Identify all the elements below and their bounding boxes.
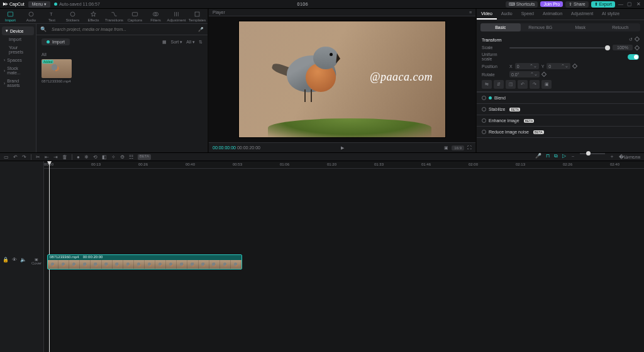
search-input[interactable]: [50, 26, 194, 32]
pos-x-input[interactable]: 0⌃⌄: [515, 63, 539, 69]
tab-effects[interactable]: Effects: [83, 9, 104, 23]
insp-tab-ai[interactable]: AI stylize: [597, 9, 624, 20]
section-stabilize[interactable]: StabilizeBETA: [477, 104, 644, 115]
tab-templates[interactable]: Templates: [187, 9, 208, 23]
scale-slider[interactable]: [509, 47, 610, 48]
media-item[interactable]: Added 0871233360.mp4: [42, 59, 73, 83]
record-vo-icon[interactable]: ●: [77, 154, 80, 160]
insp-tab-adjustment[interactable]: Adjustment: [567, 9, 597, 20]
tab-text[interactable]: TText: [42, 9, 62, 23]
record-icon[interactable]: 🎤: [198, 27, 204, 32]
subtab-retouch[interactable]: Retouch: [601, 23, 641, 31]
scale-keyframe[interactable]: [635, 45, 640, 50]
shortcuts-button[interactable]: ⌨ Shortcuts: [506, 1, 538, 8]
sidebar-item-stock[interactable]: Stock mate...: [0, 64, 36, 77]
section-enhance[interactable]: Enhance imageBETA: [477, 115, 644, 127]
tab-captions[interactable]: Captions: [125, 9, 145, 23]
close-icon[interactable]: ✕: [635, 1, 641, 7]
play-button[interactable]: ▶: [341, 145, 344, 150]
maximize-icon[interactable]: ▢: [626, 1, 633, 7]
tab-transitions[interactable]: Transitions: [104, 9, 125, 23]
aspect-ratio[interactable]: 16:9: [452, 145, 464, 150]
flip-v-icon[interactable]: ⇵: [494, 80, 504, 89]
track-eye-icon[interactable]: 👁: [12, 257, 17, 263]
fit-icon[interactable]: ▣: [541, 80, 552, 89]
uniform-scale-toggle[interactable]: [628, 54, 639, 60]
pos-keyframe[interactable]: [572, 64, 577, 69]
auto-icon[interactable]: ⚙: [120, 154, 125, 160]
tab-filters[interactable]: Filters: [145, 9, 166, 23]
preview-icon[interactable]: ▷: [562, 153, 566, 161]
compare-icon[interactable]: ▣: [444, 145, 448, 150]
section-noise[interactable]: Reduce image noiseBETA: [477, 127, 644, 138]
insp-tab-audio[interactable]: Audio: [497, 9, 517, 20]
tab-adjustment[interactable]: Adjustment: [166, 9, 187, 23]
import-button[interactable]: Import: [42, 38, 70, 45]
redo-icon[interactable]: ↷: [22, 154, 26, 160]
pointer-tool-icon[interactable]: ▭: [4, 154, 9, 160]
media-tab-all[interactable]: All: [42, 52, 203, 57]
join-pro-button[interactable]: Join Pro: [540, 1, 563, 7]
menu-button[interactable]: Menu ▾: [28, 1, 50, 8]
pos-y-input[interactable]: 0⌃⌄: [547, 63, 570, 69]
sidebar-item-device[interactable]: ▾ Device: [2, 26, 34, 35]
export-button[interactable]: ⬆ Export: [591, 1, 615, 8]
filter-all[interactable]: All ▾: [186, 40, 195, 45]
sidebar-item-brand[interactable]: Brand assets: [0, 77, 36, 89]
trim-left-icon[interactable]: ⇤: [45, 154, 49, 160]
subtab-mask[interactable]: Mask: [560, 23, 601, 31]
sort-button[interactable]: Sort ▾: [170, 40, 182, 45]
share-button[interactable]: ⇪ Share: [565, 1, 589, 8]
insp-tab-animation[interactable]: Animation: [538, 9, 567, 20]
subtab-removebg[interactable]: Remove BG: [521, 23, 561, 31]
magnet-icon[interactable]: ⊓: [546, 153, 550, 161]
delete-icon[interactable]: 🗑: [62, 154, 67, 160]
rotate-left-icon[interactable]: ↶: [518, 80, 528, 89]
fullscreen-icon[interactable]: ⛶: [467, 145, 472, 150]
mirror-icon[interactable]: ◧: [102, 154, 107, 160]
view-grid-icon[interactable]: ▦: [162, 40, 167, 45]
undo-icon[interactable]: ↶: [13, 154, 18, 160]
keyframe-icon[interactable]: [635, 37, 640, 42]
timeline[interactable]: 🔒 👁 🔈 ▣ Cover 00:0000:1300:2600:4000:530…: [0, 161, 644, 352]
fit-timeline-icon[interactable]: �มителя: [619, 153, 640, 161]
insp-tab-speed[interactable]: Speed: [517, 9, 538, 20]
captions-tl-icon[interactable]: ☷: [129, 154, 133, 160]
sidebar-item-spaces[interactable]: Spaces: [0, 56, 36, 64]
player-canvas[interactable]: @paaca.com: [209, 16, 475, 142]
freeze-icon[interactable]: ❄: [84, 154, 89, 160]
media-thumbnail[interactable]: Added: [42, 59, 72, 78]
section-blend[interactable]: Blend: [477, 92, 644, 104]
reset-icon[interactable]: ↺: [629, 37, 633, 42]
tab-stickers[interactable]: Stickers: [62, 9, 83, 23]
track-lock-icon[interactable]: 🔒: [3, 257, 9, 263]
player-menu-icon[interactable]: ≡: [469, 10, 472, 14]
track-mute-icon[interactable]: 🔈: [20, 257, 26, 263]
trim-right-icon[interactable]: ⇥: [53, 154, 58, 160]
scale-value[interactable]: 100%: [613, 45, 633, 50]
time-ruler[interactable]: 00:0000:1300:2600:4000:5301:0601:2001:33…: [44, 161, 644, 169]
crop-tl-icon[interactable]: ✧: [111, 154, 116, 160]
sidebar-item-import[interactable]: Import: [0, 35, 36, 43]
minimize-icon[interactable]: —: [618, 1, 624, 7]
tab-import[interactable]: Import: [0, 9, 21, 23]
rotate-input[interactable]: 0.0°⌃⌄: [509, 71, 540, 77]
reverse-icon[interactable]: ⟲: [93, 154, 97, 160]
subtab-basic[interactable]: Basic: [480, 23, 521, 31]
link-icon[interactable]: ⧉: [554, 153, 558, 161]
crop-icon[interactable]: ◫: [506, 80, 516, 89]
split-icon[interactable]: ✂: [36, 154, 40, 160]
rotate-keyframe[interactable]: [541, 72, 547, 77]
ruler-tick: 00:13: [91, 162, 101, 166]
tab-audio[interactable]: Audio: [21, 9, 42, 23]
mic-icon[interactable]: 🎤: [535, 153, 541, 161]
flip-h-icon[interactable]: ⇋: [482, 80, 492, 89]
video-clip[interactable]: 0871233360.mp400:00:20:00: [47, 254, 242, 270]
zoom-out-icon[interactable]: －: [570, 153, 575, 161]
filter-icon[interactable]: ⇅: [199, 40, 203, 45]
sidebar-item-presets[interactable]: Your presets: [0, 43, 36, 56]
rotate-right-icon[interactable]: ↷: [530, 80, 540, 89]
cover-icon[interactable]: ▣: [31, 257, 42, 261]
zoom-in-icon[interactable]: ＋: [609, 153, 614, 161]
insp-tab-video[interactable]: Video: [477, 9, 497, 20]
